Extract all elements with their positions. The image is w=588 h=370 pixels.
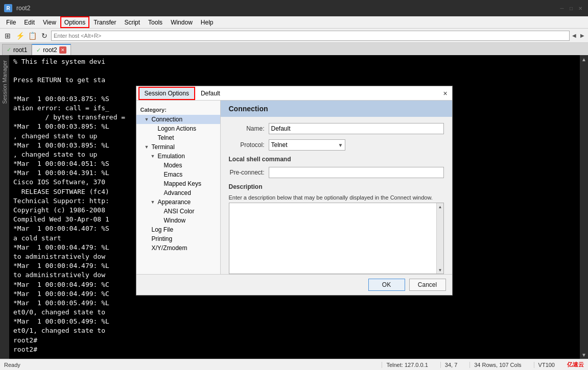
status-dimensions: 34 Rows, 107 Cols <box>469 362 525 368</box>
name-row: Name: <box>229 123 444 134</box>
preconnect-row: Pre-connect: <box>229 167 444 178</box>
session-options-dialog: Session Options Default × Category: ▼ Co… <box>136 86 453 295</box>
tree-modes[interactable]: Modes <box>136 161 220 170</box>
modal-close-button[interactable]: × <box>441 89 450 98</box>
modal-body: Category: ▼ Connection Logon Actions Tel… <box>136 101 452 274</box>
menu-view[interactable]: View <box>39 16 60 28</box>
tree-log-file[interactable]: Log File <box>136 225 220 234</box>
close-window-button[interactable]: ✕ <box>577 5 584 12</box>
tab-root1[interactable]: ✓ root1 <box>2 44 32 55</box>
category-label: Category: <box>136 105 220 115</box>
tree-terminal[interactable]: ▼ Terminal <box>136 142 220 152</box>
expand-icon: ▼ <box>145 117 150 122</box>
session-options-tab[interactable]: Session Options <box>138 87 195 100</box>
status-logo: 亿速云 <box>567 361 584 368</box>
toolbar-lightning-btn[interactable]: ⚡ <box>14 30 26 41</box>
toolbar-copy-btn[interactable]: 📋 <box>27 30 38 41</box>
description-scrollbar[interactable]: ▲ ▼ <box>436 203 443 274</box>
tree-emacs-label: Emacs <box>164 171 183 178</box>
tab-root2[interactable]: ✓ root2 ✕ <box>32 44 70 55</box>
toolbar-right-arrow[interactable]: ▶ <box>579 30 586 41</box>
menu-edit[interactable]: Edit <box>20 16 39 28</box>
menu-file[interactable]: File <box>2 16 20 28</box>
toolbar: ⊞ ⚡ 📋 ↻ ◀ ▶ <box>0 29 588 43</box>
main-window: R root2 ─ □ ✕ File Edit View Options Tra… <box>0 0 588 370</box>
ok-button[interactable]: OK <box>368 279 405 291</box>
protocol-label: Protocol: <box>229 141 265 149</box>
tab-check-icon: ✓ <box>7 46 11 53</box>
tree-mapped-keys-label: Mapped Keys <box>164 180 201 187</box>
desc-scroll-up[interactable]: ▲ <box>437 203 444 210</box>
status-connection: Telnet: 127.0.0.1 <box>382 362 432 368</box>
host-input[interactable] <box>51 31 570 41</box>
tree-ansi-color[interactable]: ANSI Color <box>136 207 220 216</box>
tree-ansi-color-label: ANSI Color <box>164 208 195 215</box>
tree-telnet-label: Telnet <box>158 134 174 141</box>
name-label: Name: <box>229 125 265 132</box>
tree-modes-label: Modes <box>164 162 182 169</box>
expand-icon2: ▼ <box>145 144 150 150</box>
tree-printing[interactable]: Printing <box>136 234 220 243</box>
protocol-select-wrapper: Telnet SSH1 SSH2 Serial ▼ <box>269 139 345 151</box>
tree-xyz-modem[interactable]: X/Y/Zmodem <box>136 243 220 253</box>
default-tab[interactable]: Default <box>195 87 226 100</box>
app-icon: R <box>4 4 12 12</box>
menu-script[interactable]: Script <box>120 16 144 28</box>
tree-emulation-label: Emulation <box>158 153 185 160</box>
menu-transfer[interactable]: Transfer <box>89 16 120 28</box>
description-help-text: Enter a description below that may be op… <box>229 194 444 201</box>
tree-window-label: Window <box>164 217 186 224</box>
minimize-button[interactable]: ─ <box>558 5 566 12</box>
tree-xyz-modem-label: X/Y/Zmodem <box>152 244 187 252</box>
menu-options[interactable]: Options <box>60 16 89 28</box>
tree-log-file-label: Log File <box>152 226 174 233</box>
toolbar-refresh-btn[interactable]: ↻ <box>39 30 50 41</box>
status-emulation: VT100 <box>534 362 559 368</box>
description-title: Description <box>229 183 444 190</box>
tab-root1-label: root1 <box>13 46 27 54</box>
status-ready: Ready <box>4 362 20 368</box>
title-controls: ─ □ ✕ <box>558 5 584 12</box>
window-title: root2 <box>16 5 558 12</box>
tree-emulation[interactable]: ▼ Emulation <box>136 152 220 161</box>
cancel-button[interactable]: Cancel <box>409 279 446 291</box>
tree-terminal-label: Terminal <box>152 143 175 151</box>
menu-help[interactable]: Help <box>197 16 218 28</box>
name-input[interactable] <box>269 123 444 134</box>
menu-window[interactable]: Window <box>167 16 197 28</box>
tree-window[interactable]: Window <box>136 216 220 225</box>
preconnect-input[interactable] <box>269 167 444 178</box>
modal-footer: OK Cancel <box>136 274 452 295</box>
tree-mapped-keys[interactable]: Mapped Keys <box>136 179 220 188</box>
tab-check-icon-active: ✓ <box>36 47 41 54</box>
tree-connection-label: Connection <box>152 116 183 123</box>
menu-tools[interactable]: Tools <box>144 16 167 28</box>
tree-advanced[interactable]: Advanced <box>136 188 220 198</box>
tree-advanced-label: Advanced <box>164 189 191 196</box>
protocol-select[interactable]: Telnet SSH1 SSH2 Serial <box>269 139 345 151</box>
toolbar-left-arrow[interactable]: ◀ <box>571 30 578 41</box>
toolbar-new-btn[interactable]: ⊞ <box>2 30 13 41</box>
description-textarea[interactable] <box>229 203 443 274</box>
tree-appearance-label: Appearance <box>158 199 191 206</box>
content-area: Session Manager % This file system devi … <box>0 55 588 359</box>
tree-appearance[interactable]: ▼ Appearance <box>136 198 220 207</box>
tree-printing-label: Printing <box>152 235 173 242</box>
tree-logon-actions[interactable]: Logon Actions <box>136 124 220 133</box>
expand-icon4: ▼ <box>151 200 156 205</box>
expand-icon3: ▼ <box>151 154 156 159</box>
tree-telnet[interactable]: Telnet <box>136 133 220 142</box>
tree-emacs[interactable]: Emacs <box>136 170 220 179</box>
tree-connection[interactable]: ▼ Connection <box>136 115 220 124</box>
description-textarea-wrapper: ▲ ▼ <box>229 203 444 274</box>
local-shell-title: Local shell command <box>229 156 444 163</box>
menu-bar: File Edit View Options Transfer Script T… <box>0 16 588 29</box>
desc-scroll-down[interactable]: ▼ <box>437 266 444 274</box>
category-panel: Category: ▼ Connection Logon Actions Tel… <box>136 101 221 274</box>
status-bar: Ready Telnet: 127.0.0.1 34, 7 34 Rows, 1… <box>0 359 588 370</box>
protocol-row: Protocol: Telnet SSH1 SSH2 Serial ▼ <box>229 139 444 151</box>
maximize-button[interactable]: □ <box>568 5 575 12</box>
title-bar: R root2 ─ □ ✕ <box>0 0 588 16</box>
modal-title-bar: Session Options Default × <box>136 86 452 101</box>
tab-close-button[interactable]: ✕ <box>59 46 66 54</box>
